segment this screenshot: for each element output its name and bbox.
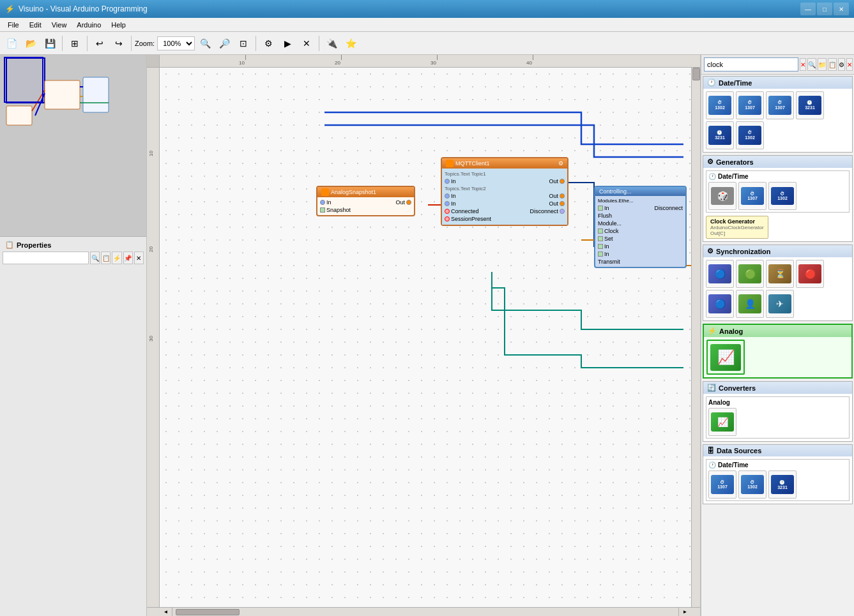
analog-snapshot-dot[interactable] xyxy=(320,207,325,213)
analog-comp-item[interactable]: 📈 xyxy=(706,340,745,375)
properties-search-btn[interactable]: 🔍 xyxy=(90,252,100,264)
gen-dice-item[interactable]: 🎲 xyxy=(708,182,736,210)
ctrl-clock-dot[interactable] xyxy=(598,229,603,234)
open-button[interactable]: 📂 xyxy=(22,34,40,52)
ds-item-1[interactable]: ⏱1307 xyxy=(708,470,736,499)
menu-file[interactable]: File xyxy=(3,20,24,30)
mqtt-connected-dot[interactable] xyxy=(445,209,450,214)
analog-in-dot[interactable] xyxy=(320,200,325,205)
search-input[interactable] xyxy=(704,57,798,71)
gen-dt3-item[interactable]: ⏱1302 xyxy=(768,182,797,210)
sync-group-header[interactable]: ⚙ Synchronization xyxy=(703,245,852,257)
zoom-in-button[interactable]: 🔍 xyxy=(196,34,214,52)
sync-item-5[interactable]: 🔵 xyxy=(706,290,734,318)
datetime-item-1[interactable]: ⏱1302 xyxy=(706,91,734,119)
mqtt-in-dot-3[interactable] xyxy=(445,201,450,206)
sync-item-4[interactable]: 🔴 xyxy=(796,260,824,288)
sync-item-7[interactable]: ✈ xyxy=(766,290,794,318)
upload-button[interactable]: ▶ xyxy=(278,34,296,52)
mqtt-out-dot-1[interactable] xyxy=(560,179,565,184)
ctrl-clock: Clock xyxy=(598,227,683,235)
search-list-btn[interactable]: 📋 xyxy=(828,58,837,71)
analog-group-header[interactable]: ⚡ Analog xyxy=(704,325,851,337)
mqtt-settings-icon[interactable]: ⚙ xyxy=(558,160,563,167)
sync-item-1[interactable]: 🔵 xyxy=(706,260,734,288)
datetime-item-6[interactable]: ⏱1302 xyxy=(736,121,764,149)
clock-gen-sub: ArduinoClockGenerator xyxy=(710,225,764,230)
arduino-button[interactable]: 🔌 xyxy=(323,34,340,52)
grid-button[interactable]: ⊞ xyxy=(66,34,84,52)
minimize-button[interactable]: — xyxy=(800,3,816,15)
properties-search-input[interactable] xyxy=(3,252,89,264)
analog-snapshot-node[interactable]: AnalogSnapshot1 In Snapshot xyxy=(316,186,415,216)
canvas-ruler-top: 10 20 30 40 xyxy=(147,55,700,68)
menu-edit[interactable]: Edit xyxy=(24,20,47,30)
ruler-corner xyxy=(147,55,160,68)
scroll-v-thumb[interactable] xyxy=(692,68,700,80)
datetime-item-2[interactable]: ⏱1307 xyxy=(736,91,764,119)
ds-item-2[interactable]: ⏱1302 xyxy=(738,470,766,499)
mqtt-node-title: MQTTClient1 xyxy=(455,160,490,167)
compile-button[interactable]: ⚙ xyxy=(259,34,277,52)
converters-group-header[interactable]: 🔄 Converters xyxy=(703,382,852,394)
analog-ports-out: Out xyxy=(366,199,412,214)
gen-dt2-item[interactable]: ⏱1307 xyxy=(738,182,766,210)
fit-button[interactable]: ⊡ xyxy=(234,34,252,52)
scroll-h-thumb[interactable] xyxy=(176,609,240,615)
menu-view[interactable]: View xyxy=(47,20,72,30)
zoom-select[interactable]: 50%75%100%125%150%200% xyxy=(157,36,195,50)
undo-button[interactable]: ↩ xyxy=(91,34,109,52)
search-folder-btn[interactable]: 📁 xyxy=(818,58,827,71)
redo-button[interactable]: ↪ xyxy=(110,34,128,52)
ctrl-in-dot[interactable] xyxy=(598,206,603,211)
mqtt-out-dot-2[interactable] xyxy=(560,193,565,199)
menu-arduino[interactable]: Arduino xyxy=(72,20,106,30)
canvas-scrollbar-h[interactable]: ◄ ► xyxy=(147,607,700,616)
mqtt-session-dot[interactable] xyxy=(445,216,450,222)
analog-out-dot[interactable] xyxy=(406,200,411,205)
properties-pin-btn[interactable]: 📌 xyxy=(123,252,133,264)
canvas-main[interactable]: 10 20 30 xyxy=(147,68,700,607)
ds-item-3[interactable]: 🕐3231 xyxy=(768,470,797,499)
datetime-item-4[interactable]: 🕐3231 xyxy=(796,91,824,119)
datetime-group-header[interactable]: 🕐 Date/Time xyxy=(703,77,852,89)
data-sources-header[interactable]: 🗄 Data Sources xyxy=(703,445,852,456)
save-button[interactable]: 💾 xyxy=(41,34,59,52)
new-button[interactable]: 📄 xyxy=(3,34,20,52)
sync-item-3[interactable]: ⏳ xyxy=(766,260,794,288)
sync-item-2[interactable]: 🟢 xyxy=(736,260,764,288)
generators-group-header[interactable]: ⚙ Generators xyxy=(703,156,852,168)
properties-close-btn[interactable]: ✕ xyxy=(134,252,144,264)
datetime-item-5[interactable]: 🕐3231 xyxy=(706,121,734,149)
mqtt-in-dot-1[interactable] xyxy=(445,179,450,184)
controller-body: Modules.Ethe... In Disconnect Flush Modu… xyxy=(595,196,685,267)
zoom-out-button[interactable]: 🔎 xyxy=(215,34,233,52)
menu-help[interactable]: Help xyxy=(106,20,131,30)
mqtt-node[interactable]: MQTTClient1 ⚙ Topics.Text Topic1 In Out xyxy=(441,157,568,226)
search-clear-btn[interactable]: ✕ xyxy=(800,58,806,71)
close-button[interactable]: ✕ xyxy=(834,3,849,15)
search-btn[interactable]: 🔍 xyxy=(807,58,816,71)
properties-clear-btn[interactable]: 📋 xyxy=(101,252,111,264)
search-settings-btn[interactable]: ⚙ xyxy=(838,58,845,71)
visuino-button[interactable]: ⭐ xyxy=(342,34,360,52)
ctrl-set-dot[interactable] xyxy=(598,236,603,241)
canvas-scrollbar-v[interactable] xyxy=(691,68,700,607)
scroll-h-right[interactable]: ► xyxy=(678,608,691,617)
datetime-item-3[interactable]: ⏱1307 xyxy=(766,91,794,119)
controller-node[interactable]: Controlling... Modules.Ethe... In Discon… xyxy=(594,186,687,268)
mqtt-out-dot-3[interactable] xyxy=(560,201,565,206)
mqtt-in-dot-2[interactable] xyxy=(445,193,450,199)
sync4-icon: 🔴 xyxy=(798,264,821,283)
ctrl-in3-dot[interactable] xyxy=(598,252,603,257)
sync-item-6[interactable]: 👤 xyxy=(736,290,764,318)
mqtt-disconnect-dot[interactable] xyxy=(560,209,565,214)
scroll-h-left[interactable]: ◄ xyxy=(160,608,172,617)
maximize-button[interactable]: □ xyxy=(817,3,832,15)
converters-analog-item[interactable]: 📈 xyxy=(708,408,736,436)
ctrl-in2-dot[interactable] xyxy=(598,244,603,249)
ruler-line-20 xyxy=(341,55,342,60)
search-close-btn[interactable]: ✕ xyxy=(846,58,853,71)
stop-button[interactable]: ✕ xyxy=(298,34,316,52)
properties-filter-btn[interactable]: ⚡ xyxy=(112,252,121,264)
